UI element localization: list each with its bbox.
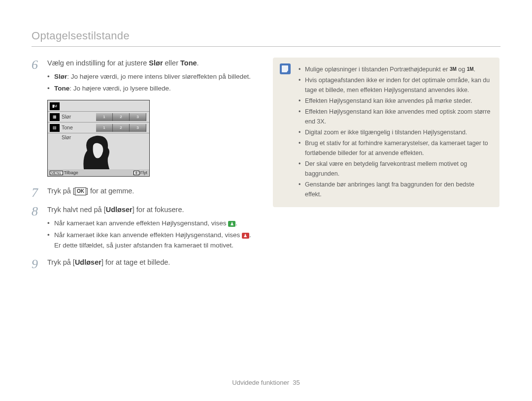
list-item: Brug et stativ for at forhindre kamerary… bbox=[299, 138, 492, 158]
bold: Tone bbox=[180, 59, 197, 67]
text: eller bbox=[163, 59, 180, 67]
portrait-silhouette bbox=[72, 131, 122, 175]
camera-lcd: ▮M ▦ Slør 1 2 3 ▤ Tone 1 2 3 Slør bbox=[47, 100, 150, 177]
row-label: Slør bbox=[62, 134, 71, 140]
thumb: 1 bbox=[96, 113, 113, 121]
page-footer: Udvidede funktioner 35 bbox=[0, 379, 532, 386]
text: Når kameraet ikke kan anvende effekten H… bbox=[54, 231, 242, 239]
thumb: 3 bbox=[130, 124, 146, 132]
left-column: 6 Vælg en indstilling for at justere Slø… bbox=[32, 58, 253, 276]
tone-icon: ▤ bbox=[50, 124, 60, 132]
bold: Slør bbox=[149, 59, 163, 67]
step-body: Tryk halvt ned på [Udløser] for at fokus… bbox=[47, 204, 253, 252]
footer-section: Udvidede funktioner bbox=[232, 379, 289, 386]
footer-right: ✥Flyt bbox=[133, 170, 148, 175]
menu-icon: MENU bbox=[50, 171, 63, 175]
text: og bbox=[457, 66, 467, 73]
list-item: Slør: Jo højere værdi, jo mere intens bl… bbox=[47, 71, 253, 82]
right-column: Mulige opløsninger i tilstanden Portræth… bbox=[273, 58, 499, 207]
bold: Udløser bbox=[106, 206, 133, 214]
text: . bbox=[235, 219, 237, 227]
step-8: 8 Tryk halvt ned på [Udløser] for at fok… bbox=[32, 204, 253, 252]
list-item: Tone: Jo højere værdi, jo lysere billede… bbox=[47, 83, 253, 94]
text: ] for at fokusere. bbox=[133, 206, 184, 214]
list-item: Effekten Højlysgenstand kan ikke anvende… bbox=[299, 96, 492, 106]
text: : Jo højere værdi, jo mere intens bliver… bbox=[67, 73, 251, 80]
text: ] for at gemme. bbox=[86, 187, 134, 195]
list-item: Når kameraet kan anvende effekten Højlys… bbox=[47, 218, 253, 229]
text: Mulige opløsninger i tilstanden Portræth… bbox=[305, 66, 450, 73]
ok-icon: OK bbox=[75, 187, 86, 195]
row-label: Tone bbox=[62, 124, 73, 130]
list-item: Genstande bør anbringes langt fra baggru… bbox=[299, 180, 492, 199]
section-header: Optagelsestilstande bbox=[32, 30, 500, 42]
step-number: 7 bbox=[32, 185, 40, 199]
step-body: Tryk på [OK] for at gemme. bbox=[47, 185, 253, 199]
bold: Slør bbox=[54, 73, 67, 80]
blur-icon: ▦ bbox=[50, 113, 60, 121]
list-item: Mulige opløsninger i tilstanden Portræth… bbox=[299, 64, 492, 74]
step-6: 6 Vælg en indstilling for at justere Slø… bbox=[32, 58, 253, 95]
step-body: Vælg en indstilling for at justere Slør … bbox=[47, 58, 253, 95]
text: ] for at tage et billede. bbox=[101, 258, 170, 266]
bold: Udløser bbox=[75, 258, 101, 266]
thumb: 3 bbox=[130, 113, 146, 121]
sub-bullet-list: Når kameraet kan anvende effekten Højlys… bbox=[47, 218, 253, 251]
step-7: 7 Tryk på [OK] for at gemme. bbox=[32, 185, 253, 199]
thumb: 2 bbox=[113, 113, 130, 121]
list-item: Der skal være en betydelig farvekontrast… bbox=[299, 159, 492, 179]
text: Når kameraet kan anvende effekten Højlys… bbox=[54, 219, 228, 227]
resolution-icon: 1M bbox=[467, 65, 474, 73]
mode-icon: ▮M bbox=[50, 102, 60, 110]
nav-icon: ✥ bbox=[133, 171, 139, 175]
text: Vælg en indstilling for at justere bbox=[47, 59, 149, 67]
text: Tryk på [ bbox=[47, 187, 75, 195]
list-item: Effekten Højlysgenstand kan ikke anvende… bbox=[299, 107, 492, 126]
note-box: Mulige opløsninger i tilstanden Portræth… bbox=[273, 58, 499, 207]
footer-left: MENUTilbage bbox=[50, 170, 78, 175]
lcd-footer: MENUTilbage ✥Flyt bbox=[48, 169, 149, 176]
bold: Tone bbox=[54, 85, 69, 92]
info-icon bbox=[280, 63, 291, 74]
thumbnail-strip: 1 2 3 bbox=[96, 113, 146, 121]
step-body: Tryk på [Udløser] for at tage et billede… bbox=[47, 257, 253, 271]
text: . bbox=[197, 59, 199, 67]
text: Tryk halvt ned på [ bbox=[47, 206, 106, 214]
row-label: Slør bbox=[62, 114, 71, 120]
content-columns: 6 Vælg en indstilling for at justere Slø… bbox=[32, 58, 500, 276]
text: Tryk på [ bbox=[47, 258, 75, 266]
list-item: Hvis optageafstanden ikke er inden for d… bbox=[299, 75, 492, 95]
step-9: 9 Tryk på [Udløser] for at tage et bille… bbox=[32, 257, 253, 271]
resolution-icon: 3M bbox=[450, 65, 457, 73]
text: : Jo højere værdi, jo lysere billede. bbox=[69, 85, 171, 92]
sub-bullet-list: Slør: Jo højere værdi, jo mere intens bl… bbox=[47, 71, 253, 93]
status-ok-icon: ♟ bbox=[228, 221, 235, 227]
footer-page: 35 bbox=[293, 379, 299, 386]
list-item: Når kameraet ikke kan anvende effekten H… bbox=[47, 230, 253, 251]
step-number: 8 bbox=[32, 204, 40, 252]
divider bbox=[32, 46, 500, 47]
status-fail-icon: ♟ bbox=[242, 233, 249, 239]
list-item: Digital zoom er ikke tilgængelig i tilst… bbox=[299, 127, 492, 137]
step-number: 9 bbox=[32, 257, 40, 271]
step-number: 6 bbox=[32, 58, 40, 95]
note-list: Mulige opløsninger i tilstanden Portræth… bbox=[299, 64, 492, 199]
text: . bbox=[474, 66, 475, 73]
